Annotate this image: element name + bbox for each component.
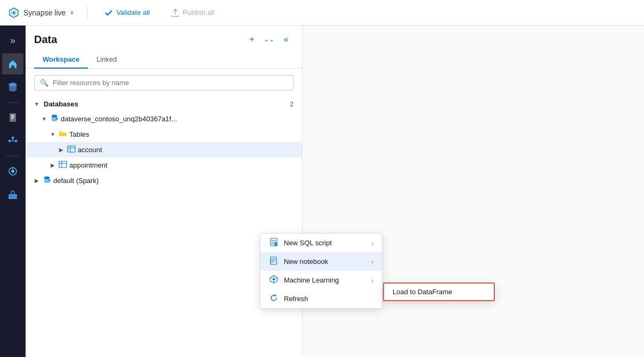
svg-point-2 (13, 12, 15, 14)
panel-tabs: Workspace Linked (26, 51, 302, 69)
db2-item[interactable]: ▶ default (Spark) (26, 173, 302, 188)
sql-script-icon (269, 238, 279, 248)
databases-count: 2 (290, 101, 294, 108)
database-icon (7, 82, 18, 93)
db1-icon (50, 114, 59, 124)
databases-label: Databases (44, 100, 290, 108)
context-menu-new-notebook[interactable]: New notebook › (260, 252, 382, 271)
publish-all-label: Publish all (183, 9, 214, 16)
appointment-table-item[interactable]: ▶ appointment (26, 157, 302, 173)
main-layout: » (0, 26, 644, 357)
account-table-name: account (78, 146, 102, 154)
brand-chevron-icon: ∨ (70, 9, 74, 16)
context-menu: New SQL script › New notebook › (260, 233, 382, 309)
svg-point-33 (274, 243, 278, 246)
topbar: Synapse live ∨ Validate all Publish all (0, 0, 644, 26)
sidebar-item-data[interactable] (2, 77, 23, 98)
add-button[interactable]: + (244, 32, 259, 47)
db2-chevron-icon: ▶ (33, 178, 40, 184)
sidebar-item-integrate[interactable] (2, 130, 23, 152)
validate-icon (104, 9, 113, 17)
svg-line-43 (271, 278, 273, 279)
notebook-cm-icon (269, 256, 279, 267)
load-to-dataframe-item[interactable]: Load to DataFrame (384, 284, 494, 300)
home-icon (7, 59, 18, 69)
databases-chevron-icon: ▼ (34, 101, 40, 107)
new-notebook-label: New notebook (284, 258, 366, 265)
sort-button[interactable]: ⌄⌄ (262, 32, 276, 47)
tables-chevron-icon: ▼ (49, 131, 56, 137)
svg-rect-24 (59, 161, 67, 168)
machine-learning-icon (269, 275, 279, 285)
table-icon (67, 145, 76, 155)
search-input[interactable] (53, 79, 288, 87)
expand-sidebar-icon[interactable]: » (2, 30, 23, 51)
publish-icon (171, 9, 180, 17)
sidebar-item-home[interactable] (2, 53, 23, 74)
notebook-submenu: Load to DataFrame (383, 283, 495, 301)
appointment-table-name: appointment (69, 161, 108, 169)
collapse-panel-button[interactable]: « (279, 32, 294, 47)
load-to-dataframe-label: Load to DataFrame (393, 288, 452, 296)
svg-rect-21 (68, 146, 75, 152)
search-box[interactable]: 🔍 (34, 75, 294, 90)
toolbox-icon (7, 189, 18, 200)
new-notebook-arrow-icon: › (371, 259, 373, 265)
machine-learning-arrow-icon: › (371, 277, 373, 284)
svg-point-10 (12, 137, 14, 139)
tab-linked[interactable]: Linked (88, 51, 125, 69)
tables-folder-item[interactable]: ▼ Tables (26, 127, 302, 142)
db2-name: default (Spark) (53, 177, 99, 185)
context-menu-refresh[interactable]: Refresh (260, 289, 382, 308)
refresh-icon (269, 294, 279, 304)
db1-item[interactable]: ▼ dataverse_contoso_unq2b40367a1f... (26, 111, 302, 127)
panel-header-actions: + ⌄⌄ « (244, 32, 294, 47)
table2-icon (59, 160, 67, 170)
panel-header: Data + ⌄⌄ « (26, 26, 302, 51)
notebook-icon (7, 112, 18, 123)
pipeline-icon (7, 136, 18, 146)
machine-learning-label: Machine Learning (284, 276, 366, 284)
resource-tree: ▼ Databases 2 ▼ dataverse_contoso_unq2b4… (26, 97, 302, 357)
synapse-icon (9, 7, 19, 18)
appointment-chevron-icon: ▶ (49, 162, 56, 168)
data-panel: Data + ⌄⌄ « Workspace Linked (26, 26, 303, 357)
validate-all-label: Validate all (116, 9, 150, 16)
brand-name: Synapse live (23, 9, 66, 17)
sidebar-item-monitor[interactable] (2, 161, 23, 182)
tables-label: Tables (69, 130, 89, 138)
db1-chevron-icon: ▼ (40, 116, 48, 122)
sidebar-separator (6, 102, 19, 103)
validate-all-button[interactable]: Validate all (100, 6, 154, 19)
context-menu-new-sql-script[interactable]: New SQL script › (260, 234, 382, 252)
svg-line-44 (275, 278, 276, 279)
new-sql-script-label: New SQL script (284, 239, 366, 247)
topbar-divider (87, 6, 87, 19)
icon-sidebar: » (0, 26, 26, 357)
publish-all-button[interactable]: Publish all (167, 6, 218, 19)
tab-workspace[interactable]: Workspace (34, 51, 88, 69)
context-menu-machine-learning[interactable]: Machine Learning › (260, 271, 382, 289)
svg-point-11 (15, 140, 18, 143)
db2-icon (43, 176, 51, 186)
db1-name: dataverse_contoso_unq2b40367a1f... (61, 115, 177, 123)
account-table-item[interactable]: ▶ account (26, 142, 302, 157)
panel-title: Data (34, 34, 57, 46)
databases-section-header[interactable]: ▼ Databases 2 (26, 97, 302, 111)
sidebar-separator-2 (6, 156, 19, 156)
sidebar-item-develop[interactable] (2, 107, 23, 128)
brand-selector[interactable]: Synapse live ∨ (9, 7, 74, 18)
svg-point-9 (9, 140, 11, 143)
new-sql-script-arrow-icon: › (371, 240, 373, 246)
svg-rect-5 (10, 113, 16, 122)
sidebar-item-manage[interactable] (2, 184, 23, 205)
svg-point-40 (273, 278, 275, 280)
svg-point-15 (11, 170, 14, 173)
svg-rect-38 (270, 259, 271, 263)
folder-icon (59, 129, 67, 139)
monitor-icon (7, 166, 18, 177)
refresh-label: Refresh (284, 295, 373, 303)
account-chevron-icon: ▶ (58, 147, 65, 153)
search-icon: 🔍 (40, 79, 48, 87)
